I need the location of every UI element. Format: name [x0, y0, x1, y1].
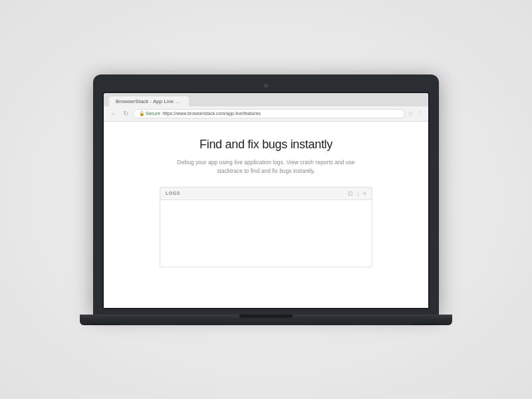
back-button[interactable]: ← — [109, 109, 118, 118]
secure-badge: 🔒 Secure — [139, 111, 160, 116]
logs-panel-body — [160, 200, 372, 267]
secure-label: Secure — [146, 111, 160, 116]
laptop-base — [80, 315, 452, 325]
url-prefix: https:// — [162, 111, 176, 116]
menu-icon[interactable]: ⋮ — [416, 110, 423, 117]
back-icon: ← — [110, 110, 117, 117]
resize-icon[interactable]: ⊡ — [348, 190, 353, 197]
laptop-foot-right — [412, 323, 439, 325]
refresh-button[interactable]: ↻ — [121, 109, 130, 118]
laptop-screen: BrowserStack - App Live Features ← ↻ 🔒 S… — [93, 74, 439, 315]
browser-tab-bar: BrowserStack - App Live Features — [104, 93, 428, 106]
url-display: https://www.browserstack.com/app-live/fe… — [162, 111, 261, 116]
browser-window: BrowserStack - App Live Features ← ↻ 🔒 S… — [104, 93, 428, 308]
logs-panel: LOGS ⊡ ↓ × — [160, 187, 372, 267]
page-headline: Find and fix bugs instantly — [200, 138, 332, 152]
page-content: Find and fix bugs instantly Debug your a… — [104, 122, 428, 308]
screen-bezel: BrowserStack - App Live Features ← ↻ 🔒 S… — [102, 92, 430, 309]
url-domain: www.browserstack.com — [176, 111, 225, 116]
laptop-camera — [264, 84, 268, 88]
page-subtext: Debug your app using live application lo… — [173, 158, 359, 176]
browser-tab[interactable]: BrowserStack - App Live Features — [109, 96, 189, 106]
tab-label: BrowserStack - App Live Features — [116, 98, 189, 104]
logs-panel-header: LOGS ⊡ ↓ × — [160, 188, 372, 200]
laptop-hinge — [239, 315, 293, 318]
address-bar[interactable]: 🔒 Secure https://www.browserstack.com/ap… — [133, 109, 405, 118]
close-icon[interactable]: × — [363, 190, 366, 197]
bookmark-icon[interactable]: ☆ — [408, 110, 414, 117]
browser-toolbar: ← ↻ 🔒 Secure https://www.browserstack.co… — [104, 106, 428, 122]
download-icon[interactable]: ↓ — [356, 190, 360, 197]
laptop-foot-left — [93, 323, 120, 325]
logs-label: LOGS — [166, 191, 180, 196]
laptop-mockup: BrowserStack - App Live Features ← ↻ 🔒 S… — [80, 74, 452, 325]
browser-action-buttons: ☆ ⋮ — [408, 110, 423, 117]
url-path: /app-live/features — [225, 111, 261, 116]
refresh-icon: ↻ — [123, 110, 128, 117]
logs-panel-actions: ⊡ ↓ × — [348, 190, 366, 197]
